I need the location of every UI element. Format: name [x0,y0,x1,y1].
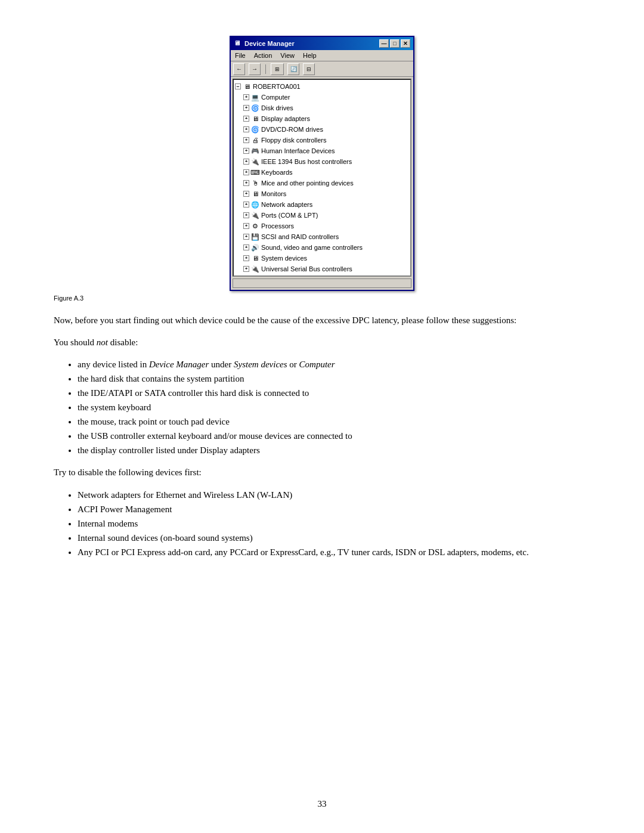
list-item: the mouse, track point or touch pad devi… [78,414,590,429]
menu-help[interactable]: Help [301,51,318,60]
list-item: the system keyboard [78,400,590,414]
label-sound: Sound, video and game controllers [261,243,363,252]
list-item: Network adapters for Ethernet and Wirele… [78,488,590,502]
minimize-button[interactable]: — [379,39,389,48]
expand-monitors[interactable]: + [243,191,249,197]
expand-disk-drives[interactable]: + [243,105,249,111]
tree-item-sound[interactable]: + 🔊 Sound, video and game controllers [235,242,409,253]
expand-floppy[interactable]: + [243,137,249,143]
tree-item-usb[interactable]: + 🔌 Universal Serial Bus controllers [235,264,409,274]
tree-item-ieee[interactable]: + 🔌 IEEE 1394 Bus host controllers [235,156,409,167]
tree-item-hid[interactable]: + 🎮 Human Interface Devices [235,145,409,156]
label-processors: Processors [261,221,294,231]
tree-item-computer[interactable]: + 💻 Computer [235,92,409,103]
tree-root[interactable]: − 🖥 ROBERTOA001 [235,81,409,92]
menu-view[interactable]: View [278,51,296,60]
label-disk-drives: Disk drives [261,103,293,113]
list-item: the display controller listed under Disp… [78,443,590,457]
list-item: the hard disk that contains the system p… [78,371,590,386]
expand-processors[interactable]: + [243,223,249,229]
properties-button[interactable]: ⊞ [271,63,284,75]
tree-item-keyboards[interactable]: + ⌨ Keyboards [235,167,409,178]
list-item: ACPI Power Management [78,502,590,516]
device-tree: − 🖥 ROBERTOA001 + 💻 Computer + 🌀 Disk dr… [235,81,409,274]
label-computer: Computer [261,92,290,102]
tree-item-ports[interactable]: + 🔌 Ports (COM & LPT) [235,210,409,221]
tree-item-monitors[interactable]: + 🖥 Monitors [235,188,409,199]
tree-item-display-adapters[interactable]: + 🖥 Display adapters [235,113,409,124]
label-mice: Mice and other pointing devices [261,178,354,188]
paragraph-not-disable: You should not disable: [54,336,590,349]
restore-button[interactable]: □ [390,39,400,48]
toolbar: ← → ⊞ 🔄 ⊟ [231,61,413,77]
expand-ieee[interactable]: + [243,159,249,165]
list-item: Internal sound devices (on-board sound s… [78,531,590,545]
page-number: 33 [0,799,644,809]
label-ports: Ports (COM & LPT) [261,210,318,220]
window-title: Device Manager [244,40,295,47]
root-icon: 🖥 [242,82,252,91]
device-manager-italic: Device Manager [149,360,209,369]
tree-item-system[interactable]: + 🖥 System devices [235,253,409,264]
forward-button[interactable]: → [249,63,261,75]
paragraph-intro: Now, before you start finding out which … [54,314,590,327]
tree-item-floppy[interactable]: + 🖨 Floppy disk controllers [235,135,409,145]
try-disable-heading: Try to disable the following devices fir… [54,466,590,479]
titlebar: 🖥 Device Manager — □ ✕ [231,37,413,50]
list-item: any device listed in Device Manager unde… [78,357,590,371]
expand-mice[interactable]: + [243,180,249,186]
back-button[interactable]: ← [233,63,245,75]
label-system: System devices [261,253,307,263]
device-manager-icon: 🖥 [234,39,242,48]
tree-item-mice[interactable]: + 🖱 Mice and other pointing devices [235,178,409,188]
label-keyboards: Keyboards [261,168,293,177]
figure-caption: Figure A.3 [54,295,590,302]
update-button[interactable]: 🔄 [287,63,299,75]
tree-item-scsi[interactable]: + 💾 SCSI and RAID controllers [235,231,409,242]
toolbar-separator-1 [265,64,266,74]
tree-item-processors[interactable]: + ⚙ Processors [235,221,409,231]
list-item: Internal modems [78,516,590,531]
label-network: Network adapters [261,200,312,209]
system-devices-italic: System devices [234,360,287,369]
list-item: Any PCI or PCI Express add-on card, any … [78,545,590,559]
not-disable-list: any device listed in Device Manager unde… [78,357,590,457]
list-item: the IDE/ATAPI or SATA controller this ha… [78,386,590,400]
page: 🖥 Device Manager — □ ✕ File Action View … [0,0,644,833]
root-collapse-btn[interactable]: − [235,83,241,89]
expand-dvd[interactable]: + [243,126,249,132]
tree-item-network[interactable]: + 🌐 Network adapters [235,199,409,210]
label-display-adapters: Display adapters [261,114,310,123]
menu-action[interactable]: Action [252,51,274,60]
label-usb: Universal Serial Bus controllers [261,264,352,274]
device-manager-window: 🖥 Device Manager — □ ✕ File Action View … [230,36,414,291]
uninstall-button[interactable]: ⊟ [303,63,315,75]
expand-display-adapters[interactable]: + [243,116,249,122]
menubar: File Action View Help [231,50,413,61]
root-label: ROBERTOA001 [253,82,301,91]
expand-ports[interactable]: + [243,212,249,218]
expand-computer[interactable]: + [243,94,249,100]
label-floppy: Floppy disk controllers [261,135,326,145]
expand-scsi[interactable]: + [243,234,249,240]
expand-network[interactable]: + [243,202,249,208]
label-scsi: SCSI and RAID controllers [261,232,339,241]
not-italic: not [97,337,108,347]
expand-keyboards[interactable]: + [243,169,249,175]
expand-sound[interactable]: + [243,244,249,250]
label-monitors: Monitors [261,189,286,199]
titlebar-buttons: — □ ✕ [379,39,410,48]
menu-file[interactable]: File [233,51,247,60]
close-button[interactable]: ✕ [401,39,410,48]
try-disable-list: Network adapters for Ethernet and Wirele… [78,488,590,559]
expand-hid[interactable]: + [243,148,249,154]
scrollbar[interactable] [233,278,411,288]
titlebar-left: 🖥 Device Manager [234,39,295,48]
tree-item-dvd[interactable]: + 🌀 DVD/CD-ROM drives [235,124,409,135]
label-dvd: DVD/CD-ROM drives [261,125,323,134]
expand-usb[interactable]: + [243,266,249,272]
label-hid: Human Interface Devices [261,146,335,156]
expand-system[interactable]: + [243,255,249,261]
list-item: the USB controller external keyboard and… [78,429,590,443]
tree-item-disk-drives[interactable]: + 🌀 Disk drives [235,103,409,113]
